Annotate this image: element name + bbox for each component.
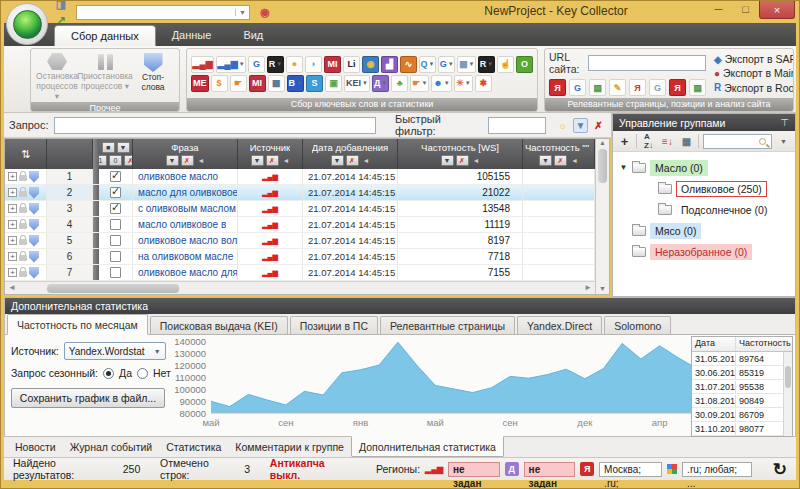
rambler-adstat-icon[interactable]: R▼: [267, 56, 284, 73]
expand-row-icon[interactable]: +: [8, 236, 17, 245]
column-pin-icon[interactable]: ◄: [363, 157, 370, 164]
maximize-button[interactable]: □: [732, 1, 759, 17]
spy-icon[interactable]: ☻▼: [431, 75, 451, 92]
burst-icon[interactable]: ✱: [475, 75, 492, 92]
row-checkbox[interactable]: [110, 187, 121, 198]
row-checkbox[interactable]: [110, 251, 121, 262]
calculator-icon[interactable]: ▦: [268, 75, 285, 92]
save-chart-button[interactable]: Сохранить график в файл...: [11, 388, 165, 408]
scroll-up-icon[interactable]: ▲: [599, 139, 606, 146]
rambler-suggest-icon[interactable]: R▼: [478, 56, 495, 73]
bottom-tab-комментарии-к-группе[interactable]: Комментарии к группе: [228, 437, 351, 457]
yandex-kei-icon[interactable]: Я: [629, 79, 646, 96]
yandex-analysis-icon[interactable]: Я: [669, 79, 686, 96]
filter-clear-icon[interactable]: ✗: [181, 155, 194, 166]
column-header-source[interactable]: Источник▼✗◄: [238, 139, 303, 169]
source-select[interactable]: Yandex.Wordstat ▼: [64, 342, 166, 360]
column-header-checkbox[interactable]: ■▼10✗: [99, 139, 133, 169]
tree-expand-icon[interactable]: ▼: [619, 163, 628, 172]
mi-icon[interactable]: MI: [324, 56, 341, 73]
table-scroll-thumb[interactable]: [785, 366, 791, 388]
yandex-region-value[interactable]: Москва; .ru;: [599, 462, 662, 477]
column-pin-icon[interactable]: ◄: [283, 157, 290, 164]
filter-edit-icon[interactable]: ▼: [441, 155, 454, 166]
broom-icon[interactable]: ✎: [609, 79, 626, 96]
filter-edit-icon[interactable]: ▼: [539, 155, 552, 166]
yandex-region-icon[interactable]: Я: [580, 462, 594, 476]
table-column-header[interactable]: Дата: [692, 337, 736, 351]
tab-вид[interactable]: Вид: [227, 23, 279, 46]
purple-chart-icon[interactable]: ▟: [381, 56, 398, 73]
map-icon[interactable]: ▣: [325, 75, 342, 92]
row-checkbox[interactable]: [110, 235, 121, 246]
skype-icon[interactable]: S: [306, 75, 323, 92]
column-header-phrase[interactable]: Фраза▼✗◄: [133, 139, 238, 169]
tab-данные[interactable]: Данные: [156, 23, 228, 46]
kei-icon[interactable]: KEI▼: [344, 75, 370, 92]
table-column-header[interactable]: Частотность: [736, 337, 792, 351]
table-row[interactable]: +1оливковое масло▂▄▆21.07.2014 14:45:151…: [5, 169, 595, 185]
group-search-input[interactable]: [703, 134, 772, 149]
phrase-cell[interactable]: масло для оливковое: [133, 185, 238, 200]
query-input[interactable]: [54, 117, 376, 134]
chevron-down-icon[interactable]: ▼: [235, 9, 249, 16]
stats-tab-5[interactable]: Yandex.Direct: [517, 316, 602, 334]
wordstat-region-icon[interactable]: ▂▄▆: [425, 465, 443, 474]
direct-region-badge[interactable]: не задан: [524, 462, 576, 477]
bottom-tab-новости[interactable]: Новости: [8, 437, 63, 457]
begun-icon[interactable]: B▼: [287, 75, 304, 92]
mail-icon[interactable]: ●: [286, 56, 303, 73]
table-row[interactable]: +7оливковое масло для волос▂▄▆21.07.2014…: [5, 265, 595, 281]
clear-filter-icon[interactable]: ✗: [591, 118, 606, 133]
phrase-cell[interactable]: на оливковом масле: [133, 249, 238, 264]
hand-icon[interactable]: ☛: [230, 75, 247, 92]
column-pin-icon[interactable]: ◄: [473, 157, 480, 164]
app-logo-icon[interactable]: [6, 3, 48, 45]
row-checkbox[interactable]: [110, 171, 121, 182]
table-row[interactable]: 31.05.201289764: [692, 352, 792, 366]
likes-icon[interactable]: ☝: [497, 56, 514, 73]
column-header-row-icons[interactable]: ⇅: [5, 139, 47, 169]
row-checkbox[interactable]: [110, 203, 121, 214]
table-row[interactable]: 31.07.201295538: [692, 380, 792, 394]
target-icon[interactable]: ◉: [362, 56, 379, 73]
filter-clear-icon[interactable]: ✗: [266, 155, 279, 166]
wordstat-freq-icon[interactable]: ▂▄▆▼: [216, 56, 246, 73]
phrase-cell[interactable]: с оливковым маслом: [133, 201, 238, 216]
expand-row-icon[interactable]: +: [8, 220, 17, 229]
barcode-icon[interactable]: ▦: [679, 134, 694, 149]
tree-item[interactable]: Оливковое (250): [613, 178, 795, 199]
google-kei-icon[interactable]: G: [649, 79, 666, 96]
sort-color-icon[interactable]: ≡↓: [660, 134, 675, 149]
vscroll-thumb[interactable]: [598, 149, 607, 183]
horizontal-scrollbar[interactable]: ◄ ►: [5, 281, 595, 294]
phrase-cell[interactable]: оливковое масло волосы: [133, 233, 238, 248]
seopult-icon[interactable]: $: [211, 75, 228, 92]
google-region-icon[interactable]: [667, 464, 677, 474]
filter-edit-icon[interactable]: ▼: [331, 155, 344, 166]
hscroll-thumb[interactable]: [47, 284, 179, 293]
bottom-tab-дополнительная-статистика[interactable]: Дополнительная статистика: [351, 436, 504, 457]
seasonal-no-radio[interactable]: [137, 368, 148, 379]
table-row[interactable]: +6на оливковом масле▂▄▆21.07.2014 14:45:…: [5, 249, 595, 265]
column-pin-icon[interactable]: ◄: [571, 157, 578, 164]
bird-icon[interactable]: ◗: [305, 56, 322, 73]
close-button[interactable]: ×: [759, 1, 795, 19]
google-region-value[interactable]: .ru; любая; ...: [682, 462, 752, 477]
table-row[interactable]: +5оливковое масло волосы▂▄▆21.07.2014 14…: [5, 233, 595, 249]
scroll-down-icon[interactable]: ▼: [599, 285, 606, 292]
site-url-input[interactable]: [588, 55, 706, 71]
table-scrollbar[interactable]: [783, 352, 792, 436]
table-row[interactable]: +4масло оливковое в▂▄▆21.07.2014 14:45:1…: [5, 217, 595, 233]
direct-icon[interactable]: Д▼: [372, 75, 389, 92]
quick-filter-input[interactable]: [488, 117, 546, 134]
table-row[interactable]: 30.09.201286709: [692, 408, 792, 422]
sort-az-icon[interactable]: AZ↓: [641, 134, 656, 149]
phrase-cell[interactable]: оливковое масло для волос: [133, 265, 238, 280]
qat-combobox-input[interactable]: [77, 6, 235, 19]
captcha-icon[interactable]: ◉: [257, 4, 273, 20]
expand-row-icon[interactable]: +: [8, 204, 17, 213]
bottom-tab-журнал-событий[interactable]: Журнал событий: [63, 437, 160, 457]
expand-row-icon[interactable]: +: [8, 268, 17, 277]
add-group-button[interactable]: +: [617, 134, 632, 149]
